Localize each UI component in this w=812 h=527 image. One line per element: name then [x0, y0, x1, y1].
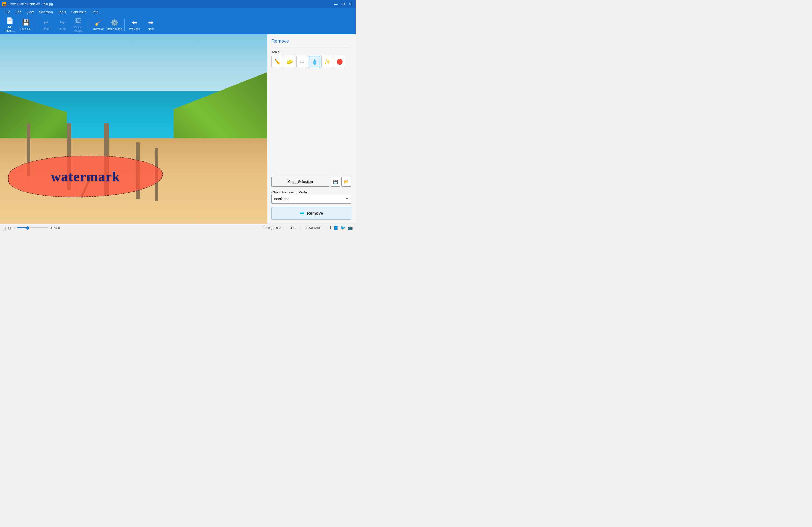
info-icon[interactable]: ℹ	[330, 225, 331, 230]
stamp-tool-icon: 🔴	[336, 59, 343, 65]
watermark-selection: watermark	[8, 156, 163, 197]
window-controls: — ❐ ✕	[333, 2, 353, 7]
watermark-area[interactable]: watermark	[8, 156, 163, 197]
eraser-tool-icon: 🧽	[287, 59, 293, 65]
selection-icon: ⬚	[3, 226, 6, 230]
menu-file[interactable]: File	[2, 9, 13, 15]
tools-section: Tools ✏️ 🧽 ▭ 💧	[272, 50, 351, 68]
redo-icon: ↪	[60, 19, 65, 26]
pen-tool-button[interactable]: ✏️	[272, 56, 283, 68]
zoom-control: − + 47%	[13, 225, 62, 230]
clear-selection-button[interactable]: Clear Selection	[272, 177, 330, 187]
format-label: JPG	[290, 226, 296, 230]
menu-help[interactable]: Help	[89, 9, 101, 15]
menu-bar: File Edit View Selection Tools SoftOrbit…	[0, 8, 356, 16]
add-files-button[interactable]: 📄 Add File(s)...	[2, 17, 18, 33]
zoom-plus-button[interactable]: +	[50, 225, 52, 230]
zoom-value: 47%	[54, 226, 62, 230]
youtube-icon[interactable]: 📺	[348, 225, 353, 230]
twitter-icon[interactable]: 🐦	[340, 225, 346, 230]
save-as-label: Save as...	[20, 27, 32, 31]
time-label: Time (s): 0.0	[263, 226, 280, 230]
next-button[interactable]: ➡ Next	[143, 17, 159, 33]
next-icon: ➡	[148, 19, 153, 26]
save-as-button[interactable]: 💾 Save as...	[18, 17, 34, 33]
panel-spacer	[272, 71, 351, 173]
auto-wand-icon: ✨	[324, 59, 331, 65]
menu-view[interactable]: View	[24, 9, 36, 15]
action-row: Clear Selection 💾 📂	[272, 177, 351, 187]
main-layout: watermark Remove Tools ✏️ 🧽	[0, 34, 356, 224]
undo-icon: ↩	[43, 19, 49, 26]
menu-softorbits[interactable]: SoftOrbits	[69, 9, 89, 15]
pen-tool-icon: ✏️	[274, 59, 280, 65]
object-image-icon: 🖼	[75, 17, 82, 25]
add-files-label: Add File(s)...	[2, 26, 18, 32]
remove-arrow-icon: ➡	[300, 210, 304, 217]
right-panel: Remove Tools ✏️ 🧽 ▭ 💧	[267, 34, 356, 224]
mode-section: Object Removing Mode Inpainting Smart Fi…	[272, 190, 351, 204]
previous-label: Previous	[129, 27, 140, 31]
batch-mode-label: Batch Mode	[107, 27, 122, 31]
undo-label: Undo	[43, 27, 49, 31]
previous-button[interactable]: ⬅ Previous	[127, 17, 142, 33]
status-bar: ⬚ ⊡ − + 47% Time (s): 0.0 | JPG | 1920x1…	[0, 224, 356, 232]
batch-mode-icon: ⚙️	[111, 19, 118, 26]
status-right: Time (s): 0.0 | JPG | 1920x1281 | ℹ 📘 🐦 …	[263, 225, 353, 230]
auto-tool-button[interactable]: ✨	[321, 56, 333, 68]
canvas-image: watermark	[0, 34, 267, 224]
load-selection-button[interactable]: 📂	[342, 177, 351, 187]
zoom-slider-track[interactable]	[17, 226, 48, 230]
redo-button[interactable]: ↪ Redo	[54, 17, 70, 33]
undo-button[interactable]: ↩ Undo	[38, 17, 54, 33]
load-selection-icon: 📂	[344, 179, 349, 184]
beach-background: watermark	[0, 34, 267, 224]
eraser-tool-button[interactable]: 🧽	[284, 56, 295, 68]
window-title: Photo Stamp Remover - thin.jpg	[8, 2, 53, 6]
dimensions-label: 1920x1281	[305, 226, 320, 230]
menu-selection[interactable]: Selection	[36, 9, 55, 15]
close-button[interactable]: ✕	[347, 2, 353, 7]
batch-mode-button[interactable]: ⚙️ Batch Mode	[107, 17, 122, 33]
magic-wand-tool-button[interactable]: 💧	[309, 56, 320, 68]
remove-toolbar-label: Remove	[93, 27, 104, 31]
remove-button[interactable]: ➡ Remove	[272, 207, 351, 220]
facebook-icon[interactable]: 📘	[333, 225, 338, 230]
menu-edit[interactable]: Edit	[13, 9, 24, 15]
maximize-button[interactable]: ❐	[340, 2, 346, 7]
remove-toolbar-icon: 🧹	[95, 19, 102, 26]
previous-icon: ⬅	[132, 19, 137, 26]
object-image-button[interactable]: 🖼 Object Image	[71, 17, 86, 33]
title-bar: 📷 Photo Stamp Remover - thin.jpg — ❐ ✕	[0, 0, 356, 8]
object-image-label: Object Image	[71, 26, 86, 32]
menu-tools[interactable]: Tools	[55, 9, 69, 15]
remove-button-label: Remove	[307, 211, 323, 216]
status-left: ⬚ ⊡ − + 47%	[3, 225, 259, 230]
add-files-icon: 📄	[6, 17, 14, 25]
tools-label: Tools	[272, 50, 351, 54]
toolbar: 📄 Add File(s)... 💾 Save as... ↩ Undo ↪ R…	[0, 16, 356, 34]
redo-label: Redo	[59, 27, 66, 31]
crop-icon: ⊡	[8, 226, 11, 230]
rect-tool-icon: ▭	[300, 59, 304, 64]
stamp-tool-button[interactable]: 🔴	[334, 56, 345, 68]
zoom-thumb[interactable]	[26, 226, 29, 230]
remove-toolbar-button[interactable]: 🧹 Remove	[90, 17, 106, 33]
panel-title: Remove	[272, 39, 351, 46]
mode-select-wrapper: Inpainting Smart Fill Color Average	[272, 194, 351, 204]
zoom-minus-button[interactable]: −	[13, 225, 16, 230]
save-as-icon: 💾	[22, 19, 30, 26]
toolbar-separator-1	[36, 18, 36, 31]
rect-tool-button[interactable]: ▭	[296, 56, 308, 68]
tools-row: ✏️ 🧽 ▭ 💧 ✨ 🔴	[272, 56, 351, 68]
mode-select[interactable]: Inpainting Smart Fill Color Average	[272, 194, 351, 204]
magic-wand-icon: 💧	[311, 59, 318, 65]
save-selection-icon: 💾	[333, 179, 338, 184]
minimize-button[interactable]: —	[333, 2, 339, 7]
mode-label: Object Removing Mode	[272, 190, 351, 194]
next-label: Next	[148, 27, 154, 31]
save-selection-button[interactable]: 💾	[331, 177, 340, 187]
status-icons: ℹ 📘 🐦 📺	[330, 225, 353, 230]
app-icon: 📷	[2, 2, 6, 6]
canvas-area[interactable]: watermark	[0, 34, 267, 224]
